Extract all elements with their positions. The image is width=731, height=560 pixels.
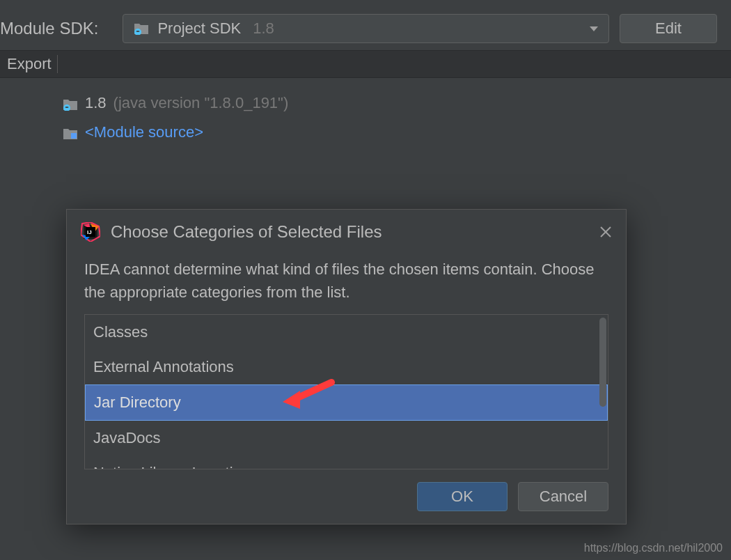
category-native-library-location[interactable]: Native Library Location [85,456,608,469]
category-external-annotations[interactable]: External Annotations [85,350,608,384]
category-classes[interactable]: Classes [85,315,608,350]
idea-app-icon: IJ [81,222,100,242]
svg-rect-2 [71,133,77,139]
sdk-selected-text: Project SDK [157,20,241,38]
dialog-title: Choose Categories of Selected Files [111,222,589,242]
sdk-version-text: 1.8 [253,20,274,38]
jdk-folder-icon [63,97,78,109]
jdk-label: 1.8 [85,94,107,112]
export-label: Export [7,55,58,73]
category-jar-directory[interactable]: Jar Directory [85,384,608,421]
choose-categories-dialog: IJ Choose Categories of Selected Files I… [66,209,627,524]
watermark: https://blog.csdn.net/hil2000 [584,542,723,554]
close-icon[interactable] [599,226,612,238]
chevron-down-icon [590,26,598,31]
export-header: Export [0,50,731,78]
module-sdk-dropdown[interactable]: Project SDK 1.8 [123,14,609,43]
edit-button[interactable]: Edit [620,14,717,43]
ok-button[interactable]: OK [417,482,508,511]
module-source-label: <Module source> [85,123,203,141]
module-source-folder-icon [63,126,78,139]
svg-text:IJ: IJ [87,229,92,235]
scrollbar[interactable] [599,318,606,407]
module-source-entry[interactable]: <Module source> [63,118,717,147]
module-sdk-label: Module SDK: [0,19,98,38]
category-javadocs[interactable]: JavaDocs [85,421,608,456]
category-list: Classes External Annotations Jar Directo… [84,314,608,469]
sdk-folder-icon [134,22,149,35]
dialog-message: IDEA cannot determine what kind of files… [67,254,626,314]
jdk-detail: (java version "1.8.0_191") [113,94,289,112]
jdk-entry[interactable]: 1.8 (java version "1.8.0_191") [63,88,717,118]
cancel-button[interactable]: Cancel [518,482,608,511]
